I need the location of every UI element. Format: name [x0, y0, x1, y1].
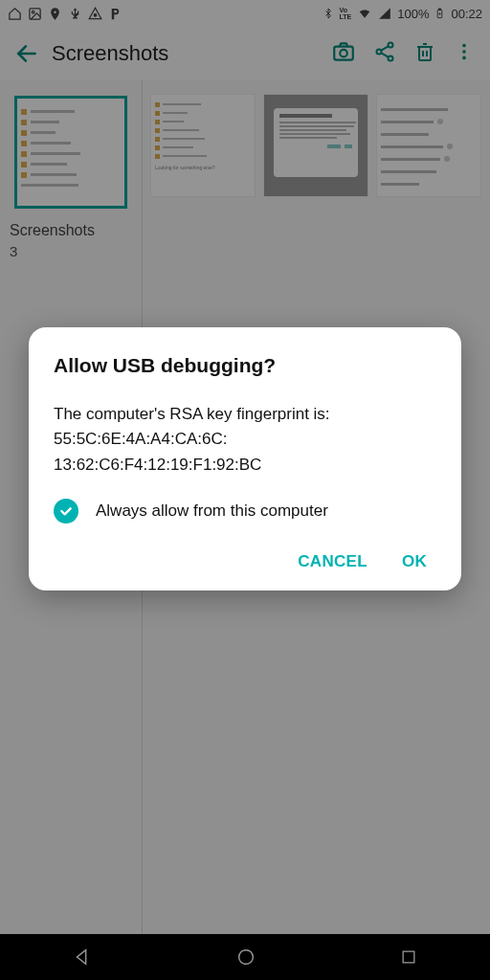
dialog-body: The computer's RSA key fingerprint is: 5…	[54, 402, 436, 478]
checkbox-checked-icon[interactable]	[54, 499, 78, 523]
ok-button[interactable]: OK	[402, 552, 427, 571]
checkbox-label: Always allow from this computer	[96, 501, 328, 521]
dialog-body-intro: The computer's RSA key fingerprint is:	[54, 405, 330, 423]
cancel-button[interactable]: CANCEL	[298, 552, 368, 571]
dialog-actions: CANCEL OK	[54, 552, 436, 571]
always-allow-row[interactable]: Always allow from this computer	[54, 499, 436, 523]
usb-debugging-dialog: Allow USB debugging? The computer's RSA …	[29, 327, 461, 590]
fingerprint-line-2: 13:62:C6:F4:12:19:F1:92:BC	[54, 456, 261, 474]
fingerprint-line-1: 55:5C:6E:4A:A4:CA:6C:	[54, 430, 227, 448]
dialog-title: Allow USB debugging?	[54, 354, 436, 377]
